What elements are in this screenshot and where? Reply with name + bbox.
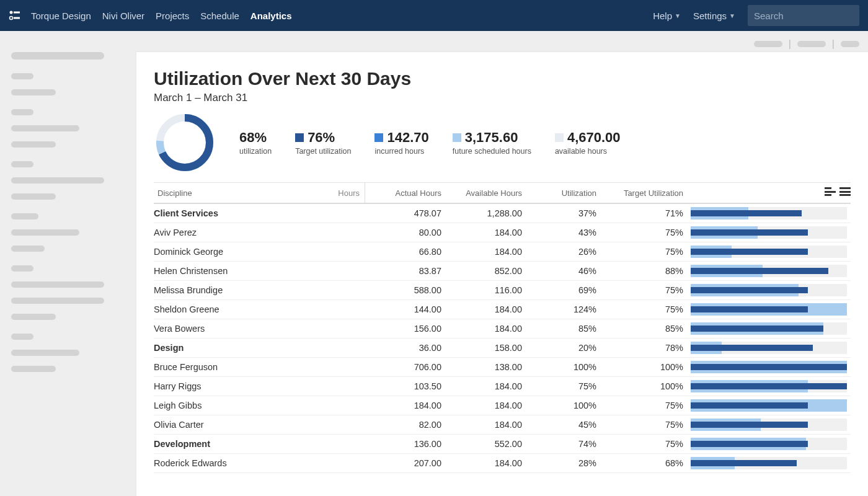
row-name: Harry Riggs [154, 381, 365, 391]
sidebar-placeholder [0, 52, 136, 496]
page-subtitle: March 1 – March 31 [154, 92, 851, 104]
row-name: Client Services [154, 208, 365, 218]
table-row[interactable]: Leigh Gibbs184.00184.00100%75% [154, 396, 851, 415]
settings-menu[interactable]: Settings▼ [693, 11, 735, 21]
row-name: Design [154, 343, 365, 353]
row-utilization: 124% [526, 304, 600, 314]
col-utilization[interactable]: Utilization [526, 188, 600, 198]
row-utilization: 100% [526, 401, 600, 410]
row-target: 75% [600, 420, 687, 430]
row-bar [687, 226, 851, 239]
table-row[interactable]: Vera Bowers156.00184.0085%85% [154, 319, 851, 339]
help-menu[interactable]: Help▼ [653, 11, 681, 21]
kpi-value: 3,175.60 [465, 130, 518, 146]
row-utilization: 43% [526, 228, 600, 237]
nav-right: Help▼ Settings▼ [653, 5, 859, 26]
row-actual: 156.00 [365, 324, 445, 334]
row-bar [687, 418, 851, 431]
table-row[interactable]: Harry Riggs103.50184.0075%100% [154, 377, 851, 396]
app-logo-icon[interactable] [9, 10, 21, 21]
table-row[interactable]: Development136.00552.0074%75% [154, 435, 851, 454]
row-bar [687, 380, 851, 392]
row-name: Sheldon Greene [154, 304, 365, 314]
nav-links: Torque Design Nivi Oliver Projects Sched… [31, 11, 292, 21]
row-utilization: 26% [526, 247, 600, 257]
table-row[interactable]: Dominick George66.80184.0026%75% [154, 242, 851, 262]
row-bar [687, 246, 851, 258]
col-discipline[interactable]: Discipline [157, 188, 192, 198]
row-actual: 184.00 [365, 401, 445, 410]
row-utilization: 75% [526, 381, 600, 391]
kpi-value: 68% [239, 130, 272, 146]
row-available: 158.00 [445, 343, 526, 353]
nav-link-schedule[interactable]: Schedule [200, 11, 239, 21]
table-row[interactable]: Bruce Ferguson706.00138.00100%100% [154, 358, 851, 377]
row-available: 184.00 [445, 401, 526, 410]
nav-link-projects[interactable]: Projects [156, 11, 189, 21]
row-actual: 706.00 [365, 362, 445, 372]
search-input[interactable] [754, 11, 853, 21]
kpi-label: Target utilization [295, 147, 351, 156]
row-available: 552.00 [445, 439, 526, 449]
row-bar [687, 361, 851, 373]
row-actual: 207.00 [365, 458, 445, 468]
svg-rect-1 [14, 12, 20, 14]
row-actual: 136.00 [365, 439, 445, 449]
row-available: 184.00 [445, 420, 526, 430]
row-target: 85% [600, 324, 687, 334]
kpi-target-utilization: 76% Target utilization [295, 130, 351, 156]
row-actual: 83.87 [365, 266, 445, 276]
row-name: Vera Bowers [154, 324, 365, 334]
row-actual: 80.00 [365, 228, 445, 237]
row-actual: 36.00 [365, 343, 445, 353]
table-row[interactable]: Design36.00158.0020%78% [154, 339, 851, 358]
row-target: 75% [600, 304, 687, 314]
view-compact-button[interactable] [825, 187, 836, 196]
search-box[interactable] [748, 5, 859, 26]
col-target-utilization[interactable]: Target Utilization [600, 188, 687, 198]
row-available: 138.00 [445, 362, 526, 372]
row-utilization: 69% [526, 285, 600, 295]
kpi-row: 68% utilization 76% Target utilization 1… [154, 112, 851, 174]
row-name: Development [154, 439, 365, 449]
row-name: Bruce Ferguson [154, 362, 365, 372]
col-available-hours[interactable]: Available Hours [445, 188, 526, 198]
kpi-label: future scheduled hours [453, 147, 531, 156]
row-target: 75% [600, 439, 687, 449]
nav-link-torque-design[interactable]: Torque Design [31, 11, 91, 21]
nav-link-analytics[interactable]: Analytics [250, 11, 292, 21]
col-actual-hours[interactable]: Actual Hours [365, 188, 445, 198]
table-row[interactable]: Aviv Perez80.00184.0043%75% [154, 223, 851, 242]
svg-point-2 [10, 17, 13, 20]
row-target: 100% [600, 362, 687, 372]
svg-rect-3 [14, 17, 20, 19]
kpi-value: 4,670.00 [567, 130, 621, 146]
breadcrumb-placeholder: | | [754, 38, 859, 50]
row-utilization: 45% [526, 420, 600, 430]
row-bar [687, 284, 851, 296]
row-utilization: 37% [526, 208, 600, 218]
table-header: Discipline Hours Actual Hours Available … [154, 183, 851, 204]
table-row[interactable]: Client Services478.071,288.0037%71% [154, 204, 851, 223]
row-target: 68% [600, 458, 687, 468]
table-row[interactable]: Helen Christensen83.87852.0046%88% [154, 262, 851, 281]
table-row[interactable]: Sheldon Greene144.00184.00124%75% [154, 300, 851, 319]
row-target: 71% [600, 208, 687, 218]
view-list-button[interactable] [839, 187, 851, 196]
row-name: Olivia Carter [154, 420, 365, 430]
table-row[interactable]: Roderick Edwards207.00184.0028%68% [154, 454, 851, 473]
row-target: 78% [600, 343, 687, 353]
row-utilization: 46% [526, 266, 600, 276]
row-available: 184.00 [445, 304, 526, 314]
row-available: 852.00 [445, 266, 526, 276]
row-actual: 478.07 [365, 208, 445, 218]
page-title: Utilization Over Next 30 Days [154, 68, 851, 89]
row-bar [687, 342, 851, 354]
nav-link-nivi-oliver[interactable]: Nivi Oliver [102, 11, 144, 21]
row-available: 184.00 [445, 381, 526, 391]
table-row[interactable]: Olivia Carter82.00184.0045%75% [154, 415, 851, 435]
table-row[interactable]: Melissa Brundige588.00116.0069%75% [154, 281, 851, 300]
chevron-down-icon: ▼ [675, 12, 681, 19]
kpi-label: incurred hours [374, 147, 428, 156]
settings-label: Settings [693, 11, 727, 21]
